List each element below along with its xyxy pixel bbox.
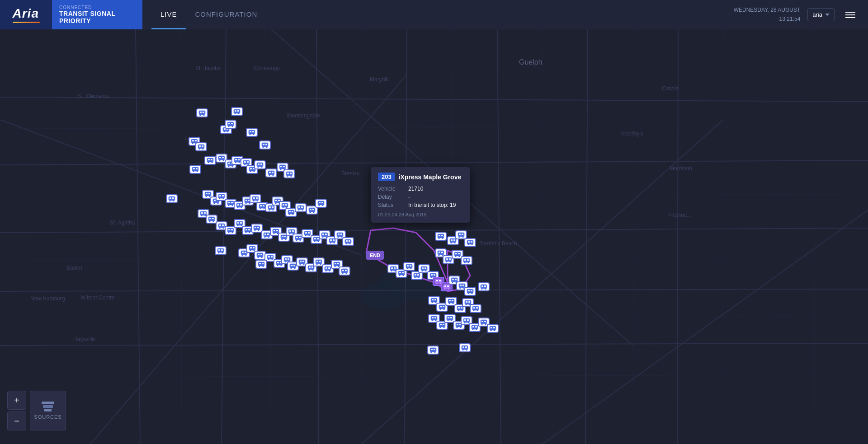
svg-rect-497 [441, 235, 443, 236]
svg-rect-455 [262, 263, 264, 264]
svg-rect-364 [346, 240, 348, 242]
zoom-out-button[interactable]: − [7, 411, 26, 430]
hamburger-line [845, 14, 855, 15]
svg-rect-293 [248, 229, 250, 230]
svg-rect-472 [407, 265, 409, 266]
svg-rect-287 [240, 222, 242, 224]
svg-rect-646 [472, 326, 474, 327]
svg-rect-610 [481, 285, 483, 287]
svg-rect-286 [237, 222, 239, 224]
popup-timestamp: 01:23:04 28 Aug 2019 [378, 212, 463, 217]
bus-marker[interactable] [464, 287, 476, 296]
svg-rect-346 [322, 234, 324, 235]
nav-area: LIVE CONFIGURATION [142, 0, 725, 29]
hamburger-button[interactable] [842, 8, 859, 22]
svg-rect-593 [461, 307, 462, 308]
svg-rect-299 [257, 227, 259, 228]
svg-text:St. Jacobs: St. Jacobs [195, 65, 221, 71]
svg-rect-52 [200, 112, 202, 113]
svg-rect-190 [228, 202, 230, 203]
svg-rect-383 [253, 247, 255, 248]
bus-marker[interactable] [225, 120, 236, 129]
bus-marker[interactable] [255, 260, 267, 269]
popup-vehicle-row: Vehicle 21710 [378, 186, 463, 192]
vehicle-popup: 203 iXpress Maple Grove Vehicle 21710 De… [371, 167, 470, 223]
svg-text:Maryhill: Maryhill [370, 76, 388, 83]
bus-marker[interactable] [342, 237, 354, 246]
bus-marker[interactable] [166, 194, 178, 203]
bus-marker[interactable] [487, 324, 499, 333]
svg-rect-232 [283, 204, 284, 206]
svg-rect-508 [459, 234, 461, 235]
svg-rect-580 [440, 306, 442, 307]
svg-rect-413 [293, 265, 295, 266]
svg-rect-311 [276, 230, 278, 231]
sources-button[interactable]: SOURCES [30, 391, 66, 430]
svg-text:Bloomingdale: Bloomingdale [287, 112, 320, 119]
svg-rect-202 [245, 200, 247, 201]
bus-marker[interactable] [283, 169, 295, 178]
svg-rect-382 [250, 247, 252, 248]
svg-rect-526 [446, 258, 448, 260]
bus-marker[interactable] [231, 107, 243, 116]
bus-marker[interactable] [427, 346, 439, 355]
svg-rect-221 [272, 206, 274, 208]
bus-marker[interactable] [215, 246, 226, 255]
svg-rect-665 [434, 349, 435, 350]
bus-marker[interactable] [464, 238, 476, 247]
user-dropdown[interactable]: aria [807, 8, 835, 21]
svg-text:Morriston: Morriston [670, 165, 692, 172]
svg-rect-509 [462, 234, 463, 235]
bus-marker[interactable] [478, 282, 490, 291]
bus-marker[interactable] [295, 203, 307, 212]
svg-rect-557 [455, 279, 457, 280]
svg-rect-107 [211, 159, 212, 160]
svg-rect-592 [458, 307, 460, 308]
bus-marker[interactable] [461, 256, 472, 265]
bus-marker[interactable] [339, 266, 350, 276]
map-container[interactable]: Guelph Maryhill Morriston Corwin Puslinc… [0, 29, 868, 444]
svg-rect-226 [275, 200, 277, 201]
bus-marker[interactable] [435, 232, 447, 241]
zoom-in-button[interactable]: + [7, 391, 26, 410]
svg-rect-424 [309, 266, 311, 268]
bus-marker[interactable] [196, 108, 208, 117]
svg-rect-353 [333, 239, 335, 241]
bus-marker[interactable] [315, 199, 327, 208]
svg-rect-112 [219, 157, 221, 158]
svg-rect-274 [219, 224, 221, 226]
svg-rect-304 [264, 234, 266, 235]
bus-marker[interactable] [470, 304, 481, 313]
bus-marker[interactable] [459, 343, 471, 352]
bus-marker[interactable] [259, 140, 271, 150]
svg-rect-503 [453, 239, 455, 241]
layer-rect [43, 405, 53, 408]
svg-rect-256 [319, 202, 321, 203]
bus-marker[interactable] [195, 142, 207, 151]
svg-rect-82 [263, 144, 264, 145]
bus-marker[interactable] [403, 262, 415, 271]
svg-rect-556 [452, 279, 454, 280]
svg-rect-263 [204, 212, 206, 214]
bus-marker[interactable] [254, 160, 266, 169]
tab-configuration[interactable]: CONFIGURATION [186, 0, 267, 29]
svg-rect-562 [460, 285, 462, 286]
svg-text:Breslau: Breslau [341, 170, 360, 177]
svg-rect-412 [291, 265, 292, 266]
svg-rect-238 [289, 211, 291, 212]
svg-rect-611 [484, 285, 486, 287]
svg-rect-407 [288, 258, 289, 260]
svg-rect-310 [274, 230, 275, 231]
bus-marker[interactable] [246, 128, 258, 137]
svg-rect-142 [258, 164, 259, 165]
bus-marker[interactable] [204, 156, 216, 165]
bus-marker[interactable] [265, 168, 277, 178]
svg-rect-502 [451, 239, 453, 241]
svg-rect-149 [272, 172, 274, 173]
svg-rect-664 [431, 349, 433, 350]
bus-marker[interactable] [189, 165, 201, 174]
svg-rect-569 [471, 290, 472, 291]
svg-rect-460 [391, 267, 393, 269]
tab-live[interactable]: LIVE [151, 0, 186, 29]
popup-header: 203 iXpress Maple Grove [378, 173, 463, 181]
